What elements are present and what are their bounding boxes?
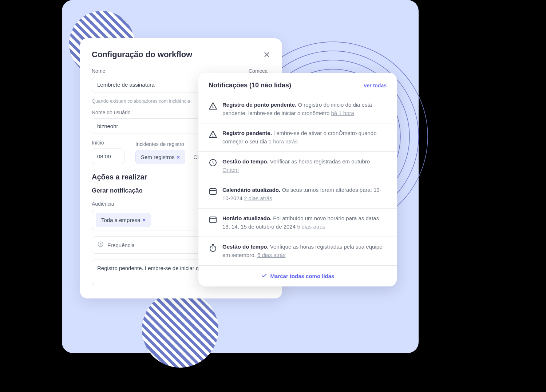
- frequency-placeholder: Frequência: [107, 242, 135, 248]
- svg-point-10: [213, 108, 213, 108]
- audience-chip[interactable]: Toda a empresa ×: [96, 213, 151, 227]
- notifications-title: Notificações (10 não lidas): [209, 82, 291, 89]
- view-all-link[interactable]: ver todas: [364, 83, 387, 88]
- clock-icon: [209, 158, 217, 167]
- notification-item[interactable]: Gestão do tempo. Verifique as horas regi…: [198, 237, 397, 265]
- notifications-panel: Notificações (10 não lidas) ver todas Re…: [198, 73, 397, 286]
- warning-icon: [209, 130, 217, 139]
- decorative-pattern-bottom: [142, 291, 218, 368]
- notification-content: Registro de ponto pendente. O registro d…: [222, 101, 387, 117]
- notification-item[interactable]: Calendário atualizado. Os seus turnos fo…: [198, 180, 397, 209]
- stopwatch-icon: [209, 243, 217, 252]
- notification-item[interactable]: Gestão do tempo. Verificar as horas regi…: [198, 152, 397, 180]
- notification-content: Gestão do tempo. Verificar as horas regi…: [222, 158, 387, 174]
- calendar-icon: [209, 215, 217, 224]
- notification-item[interactable]: Registro de ponto pendente. O registro d…: [198, 95, 397, 123]
- inicio-input[interactable]: [92, 149, 124, 164]
- close-icon[interactable]: [263, 51, 270, 58]
- calendar-icon: [209, 187, 217, 195]
- mark-all-read-button[interactable]: Marcar todas como lidas: [198, 265, 397, 286]
- notification-content: Gestão do tempo. Verifique as horas regi…: [222, 243, 387, 259]
- svg-rect-14: [210, 189, 216, 194]
- decorative-noise: [473, 0, 546, 392]
- notification-item[interactable]: Registro pendente. Lembre-se de ativar o…: [198, 123, 397, 152]
- notification-content: Calendário atualizado. Os seus turnos fo…: [222, 186, 387, 202]
- clock-icon: [97, 241, 104, 249]
- notification-content: Registro pendente. Lembre-se de ativar o…: [222, 129, 387, 146]
- chip-remove-icon[interactable]: ×: [143, 217, 146, 223]
- svg-rect-16: [210, 217, 216, 223]
- modal-title: Configuração do workflow: [92, 50, 192, 59]
- svg-point-12: [213, 136, 213, 136]
- chip-remove-icon[interactable]: ×: [177, 154, 180, 160]
- notification-item[interactable]: Horário atualizado. Foi atribuído um nov…: [198, 209, 397, 237]
- mark-all-label: Marcar todas como lidas: [270, 273, 335, 279]
- notification-content: Horário atualizado. Foi atribuído um nov…: [222, 214, 387, 231]
- chip-label: Toda a empresa: [101, 217, 141, 223]
- check-icon: [261, 272, 268, 280]
- chip-label: Sem registros: [141, 154, 175, 160]
- incident-chip-1[interactable]: Sem registros ×: [135, 150, 185, 164]
- warning-icon: [209, 102, 217, 110]
- inicio-label: Início: [92, 140, 128, 146]
